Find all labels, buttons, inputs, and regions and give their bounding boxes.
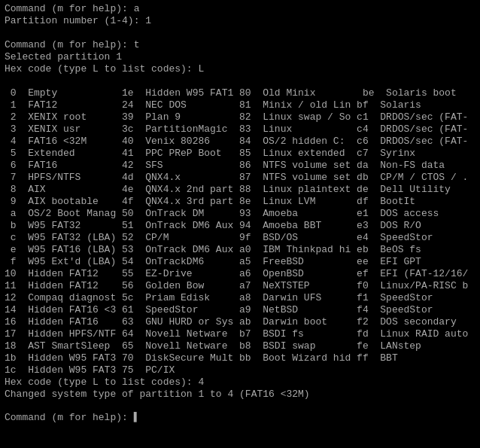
terminal-line: 0 Empty 1e Hidden W95 FAT1 80 Old Minix … [5,87,475,99]
terminal-line: 8 AIX 4e QNX4.x 2nd part 88 Linux plaint… [5,184,475,196]
terminal-line: Hex code (type L to list codes): 4 [5,376,475,389]
terminal-line: Command (m for help): t [5,39,475,51]
terminal-line: Hex code (type L to list codes): L [5,63,475,75]
terminal-line: 1c Hidden W95 FAT3 75 PC/IX [5,364,475,376]
terminal-line: f W95 Ext'd (LBA) 54 OnTrackDM6 a5 FreeB… [5,256,475,268]
terminal-output: Command (m for help): aPartition number … [5,3,475,424]
terminal-line: 12 Compaq diagnost 5c Priam Edisk a8 Dar… [5,292,475,304]
terminal-line: 16 Hidden FAT16 63 GNU HURD or Sys ab Da… [5,316,475,328]
terminal-line: a OS/2 Boot Manag 50 OnTrack DM 93 Amoeb… [5,208,475,220]
terminal-line: b W95 FAT32 51 OnTrack DM6 Aux 94 Amoeba… [5,220,475,232]
terminal-line: 7 HPFS/NTFS 4d QNX4.x 87 NTFS volume set… [5,172,475,184]
terminal-line: 18 AST SmartSleep 65 Novell Netware b8 B… [5,340,475,352]
terminal-line: 3 XENIX usr 3c PartitionMagic 83 Linux c… [5,123,475,136]
terminal-line: 5 Extended 41 PPC PReP Boot 85 Linux ext… [5,148,475,160]
terminal-line: Command (m for help): ▌ [5,412,475,424]
terminal-line: Selected partition 1 [5,51,475,63]
terminal-line [5,400,475,412]
terminal-line: 1 FAT12 24 NEC DOS 81 Minix / old Lin bf… [5,99,475,111]
terminal-line: Partition number (1-4): 1 [5,15,475,27]
terminal-line: Command (m for help): a [5,3,475,15]
terminal-line: 9 AIX bootable 4f QNX4.x 3rd part 8e Lin… [5,196,475,208]
terminal-line: 10 Hidden FAT12 55 EZ-Drive a6 OpenBSD e… [5,268,475,280]
terminal-line: 6 FAT16 42 SFS 86 NTFS volume set da Non… [5,160,475,172]
terminal-line: 17 Hidden HPFS/NTF 64 Novell Netware b7 … [5,328,475,340]
terminal-line: 2 XENIX root 39 Plan 9 82 Linux swap / S… [5,111,475,123]
terminal-line [5,27,475,39]
terminal-line: c W95 FAT32 (LBA) 52 CP/M 9f BSD/OS e4 S… [5,232,475,244]
terminal-line: 4 FAT16 <32M 40 Venix 80286 84 OS/2 hidd… [5,136,475,148]
terminal-line: 1b Hidden W95 FAT3 70 DiskSecure Mult bb… [5,352,475,364]
terminal-line: 11 Hidden FAT12 56 Golden Bow a7 NeXTSTE… [5,280,475,292]
terminal-line: Changed system type of partition 1 to 4 … [5,389,475,401]
terminal-line: e W95 FAT16 (LBA) 53 OnTrack DM6 Aux a0 … [5,244,475,256]
terminal-line: 14 Hidden FAT16 <3 61 SpeedStor a9 NetBS… [5,304,475,316]
terminal-line [5,75,475,87]
